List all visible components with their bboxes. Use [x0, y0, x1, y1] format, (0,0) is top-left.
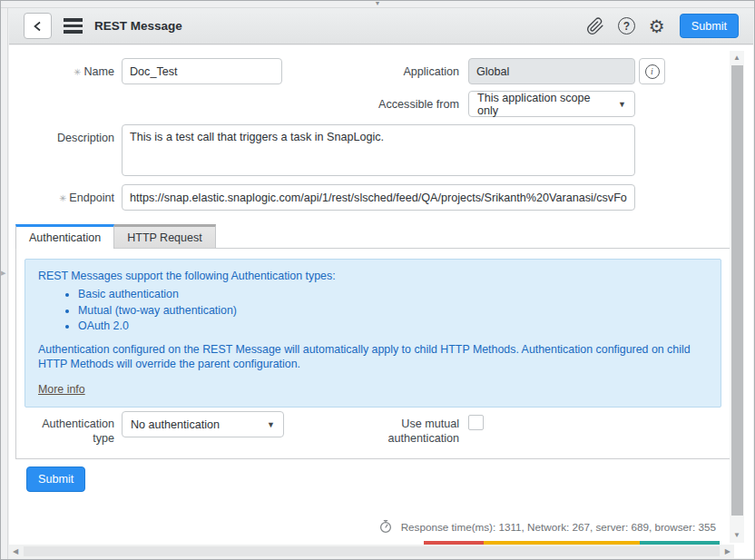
use-mutual-checkbox[interactable]: [468, 415, 484, 430]
stopwatch-icon: [378, 519, 393, 534]
context-menu-icon[interactable]: [64, 15, 83, 37]
application-label: Application: [346, 64, 459, 79]
left-splitter[interactable]: ▶: [1, 1, 8, 559]
accessible-from-select[interactable]: This application scope only ▼: [468, 91, 635, 117]
name-input[interactable]: [122, 58, 282, 84]
info-box-intro: REST Messages support the following Auth…: [38, 269, 708, 283]
chevron-down-icon: ▼: [618, 100, 626, 109]
tab-authentication[interactable]: Authentication: [15, 224, 114, 249]
authentication-type-label: Authentication type: [19, 417, 114, 446]
settings-gear-icon[interactable]: ⚙: [649, 17, 665, 35]
response-time-text: Response time(ms): 1311, Network: 267, s…: [401, 521, 716, 533]
horizontal-scrollbar[interactable]: ◀ ▶: [9, 545, 734, 558]
application-input[interactable]: [468, 58, 635, 84]
rest-message-window: ▼ ▶ REST Message ? ⚙ Submit ✳Name Applic…: [0, 0, 755, 560]
auth-types-list: Basic authentication Mutual (two-way aut…: [38, 287, 708, 333]
top-splitter-grip-icon[interactable]: ▼: [375, 0, 381, 7]
description-textarea[interactable]: This is a test call that triggers a task…: [122, 124, 635, 176]
required-marker-icon: ✳: [74, 67, 81, 77]
scroll-left-icon[interactable]: ◀: [13, 548, 18, 555]
info-box-paragraph: Authentication configured on the REST Me…: [38, 342, 708, 372]
application-info-button[interactable]: i: [639, 58, 665, 84]
description-label: Description: [19, 131, 114, 145]
page-title: REST Message: [94, 19, 182, 33]
endpoint-label: ✳Endpoint: [19, 191, 114, 206]
info-icon: i: [645, 64, 660, 79]
vertical-scrollbar-thumb[interactable]: [731, 65, 743, 516]
tab-http-request[interactable]: HTTP Request: [114, 224, 215, 249]
help-icon[interactable]: ?: [618, 17, 635, 34]
submit-button[interactable]: Submit: [26, 467, 85, 492]
name-label: ✳Name: [19, 64, 114, 80]
authentication-type-select[interactable]: No authentication ▼: [122, 411, 284, 437]
list-item: Mutual (two-way authentication): [78, 303, 708, 318]
authentication-info-box: REST Messages support the following Auth…: [25, 259, 721, 408]
back-button[interactable]: [24, 13, 52, 39]
tab-bar: Authentication HTTP Request: [15, 224, 216, 249]
scroll-right-icon[interactable]: ▶: [725, 548, 730, 555]
more-info-link[interactable]: More info: [38, 382, 85, 397]
list-item: OAuth 2.0: [78, 319, 708, 333]
scroll-up-icon[interactable]: ▲: [733, 54, 740, 62]
response-time-status: Response time(ms): 1311, Network: 267, s…: [378, 519, 716, 534]
top-splitter[interactable]: ▼: [1, 1, 754, 8]
attachment-paperclip-icon[interactable]: [586, 17, 604, 35]
form-header: REST Message ? ⚙ Submit: [9, 8, 753, 44]
endpoint-input[interactable]: [122, 184, 635, 211]
header-submit-button[interactable]: Submit: [680, 14, 739, 38]
required-marker-icon: ✳: [59, 193, 66, 203]
accessible-from-value: This application scope only: [477, 92, 611, 117]
list-item: Basic authentication: [78, 287, 708, 301]
left-splitter-arrow-icon[interactable]: ▶: [1, 270, 5, 277]
scroll-down-icon[interactable]: ▼: [733, 532, 740, 539]
chevron-down-icon: ▼: [267, 420, 275, 429]
vertical-scrollbar[interactable]: ▲ ▼: [730, 51, 744, 543]
accessible-from-label: Accessible from: [328, 97, 459, 112]
horizontal-scrollbar-thumb[interactable]: [24, 546, 720, 556]
back-chevron-icon: [31, 19, 45, 34]
authentication-type-value: No authentication: [131, 418, 220, 431]
use-mutual-label: Use mutual authentication: [357, 417, 459, 446]
